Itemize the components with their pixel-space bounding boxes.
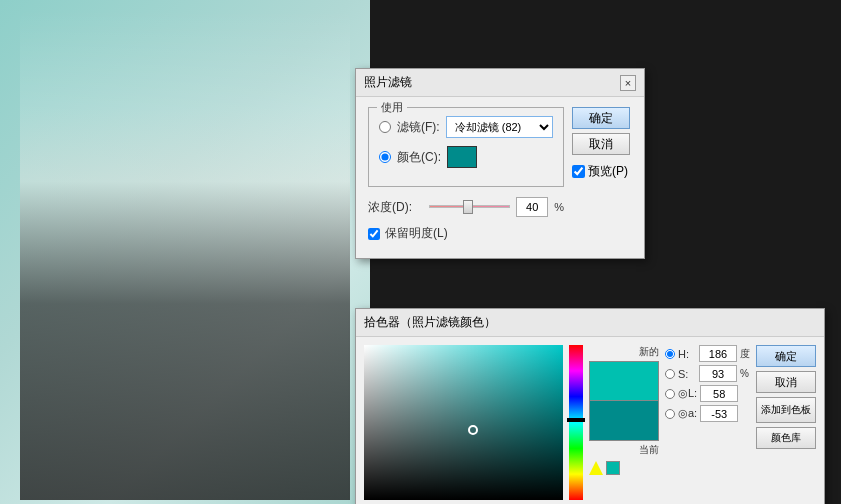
filter-radio-label: 滤镜(F): bbox=[397, 119, 440, 136]
photo-filter-body: 使用 滤镜(F): 冷却滤镜 (82) 颜色(C): bbox=[356, 97, 644, 258]
gamut-warning bbox=[589, 461, 659, 475]
color-picker-buttons: 确定 取消 添加到色板 颜色库 bbox=[756, 345, 816, 449]
filter-radio[interactable] bbox=[379, 121, 391, 133]
preserve-luminosity-label: 保留明度(L) bbox=[385, 225, 448, 242]
photo-filter-cancel-button[interactable]: 取消 bbox=[572, 133, 630, 155]
filter-radio-row: 滤镜(F): 冷却滤镜 (82) bbox=[379, 116, 553, 138]
preserve-luminosity-row: 保留明度(L) bbox=[368, 225, 564, 242]
person-image bbox=[20, 10, 350, 500]
field-S-row: S: % bbox=[665, 365, 750, 382]
color-gradient-square[interactable] bbox=[364, 345, 563, 500]
color-picker-ok-button[interactable]: 确定 bbox=[756, 345, 816, 367]
photo-filter-title: 照片滤镜 bbox=[364, 74, 412, 91]
current-color-label: 当前 bbox=[589, 443, 659, 457]
density-percent: % bbox=[554, 201, 564, 213]
color-preview-area: 新的 当前 bbox=[589, 345, 659, 475]
color-picker-body: 新的 当前 H: 度 S: % bbox=[356, 337, 824, 504]
field-S-unit: % bbox=[740, 368, 749, 379]
density-value-input[interactable] bbox=[516, 197, 548, 217]
photo-filter-buttons: 确定 取消 预览(P) bbox=[572, 107, 632, 248]
field-L-row: ◎L: bbox=[665, 385, 750, 402]
hue-indicator bbox=[567, 418, 585, 422]
new-color-label: 新的 bbox=[589, 345, 659, 359]
color-library-button[interactable]: 颜色库 bbox=[756, 427, 816, 449]
gamut-warning-icon bbox=[589, 461, 603, 475]
field-S-radio[interactable] bbox=[665, 369, 675, 379]
field-a-label: ◎a: bbox=[678, 407, 697, 420]
photo-filter-ok-button[interactable]: 确定 bbox=[572, 107, 630, 129]
add-swatch-button[interactable]: 添加到色板 bbox=[756, 397, 816, 423]
color-fields: H: 度 S: % ◎L: ◎a: bbox=[665, 345, 750, 422]
hue-strip[interactable] bbox=[569, 345, 583, 500]
field-S-input[interactable] bbox=[699, 365, 737, 382]
picker-cursor bbox=[468, 425, 478, 435]
color-picker-dialog: 拾色器（照片滤镜颜色） 新的 当前 H: bbox=[355, 308, 825, 504]
field-a-radio[interactable] bbox=[665, 409, 675, 419]
field-H-row: H: 度 bbox=[665, 345, 750, 362]
density-row: 浓度(D): % bbox=[368, 197, 564, 217]
photo-filter-titlebar: 照片滤镜 × bbox=[356, 69, 644, 97]
density-label: 浓度(D): bbox=[368, 199, 423, 216]
use-group: 使用 滤镜(F): 冷却滤镜 (82) 颜色(C): bbox=[368, 107, 564, 187]
field-a-input[interactable] bbox=[700, 405, 738, 422]
photo-filter-dialog: 照片滤镜 × 使用 滤镜(F): 冷却滤镜 (82) bbox=[355, 68, 645, 259]
field-H-label: H: bbox=[678, 348, 696, 360]
density-slider-track[interactable] bbox=[429, 200, 510, 214]
preview-checkbox[interactable] bbox=[572, 165, 585, 178]
color-picker-cancel-button[interactable]: 取消 bbox=[756, 371, 816, 393]
field-S-label: S: bbox=[678, 368, 696, 380]
group-legend: 使用 bbox=[377, 100, 407, 115]
photo-filter-main: 使用 滤镜(F): 冷却滤镜 (82) 颜色(C): bbox=[368, 107, 564, 248]
field-H-input[interactable] bbox=[699, 345, 737, 362]
preview-label: 预览(P) bbox=[588, 163, 628, 180]
field-L-label: ◎L: bbox=[678, 387, 697, 400]
gamut-color-box[interactable] bbox=[606, 461, 620, 475]
current-color-swatch bbox=[589, 401, 659, 441]
color-swatch[interactable] bbox=[447, 146, 477, 168]
photo-filter-close-button[interactable]: × bbox=[620, 75, 636, 91]
color-picker-title: 拾色器（照片滤镜颜色） bbox=[364, 314, 496, 331]
field-L-input[interactable] bbox=[700, 385, 738, 402]
filter-select[interactable]: 冷却滤镜 (82) bbox=[446, 116, 553, 138]
field-a-row: ◎a: bbox=[665, 405, 750, 422]
density-slider-thumb[interactable] bbox=[463, 200, 473, 214]
preserve-luminosity-checkbox[interactable] bbox=[368, 228, 380, 240]
color-radio-label: 颜色(C): bbox=[397, 149, 441, 166]
field-H-radio[interactable] bbox=[665, 349, 675, 359]
color-picker-titlebar: 拾色器（照片滤镜颜色） bbox=[356, 309, 824, 337]
color-radio-row: 颜色(C): bbox=[379, 146, 553, 168]
new-color-swatch bbox=[589, 361, 659, 401]
field-H-unit: 度 bbox=[740, 347, 750, 361]
color-radio[interactable] bbox=[379, 151, 391, 163]
field-L-radio[interactable] bbox=[665, 389, 675, 399]
preview-row: 预览(P) bbox=[572, 163, 632, 180]
